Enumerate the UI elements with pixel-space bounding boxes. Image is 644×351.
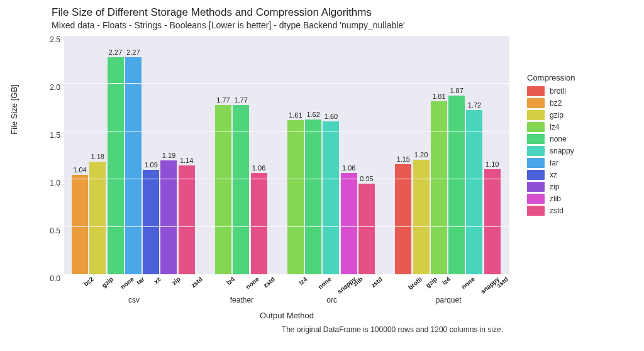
x-sub-label: gzip (101, 276, 114, 289)
bar-orc-none: 1.62 (305, 120, 321, 274)
bar-value-label: 2.27 (126, 48, 140, 56)
x-sub-label: none (317, 276, 333, 291)
chart-subtitle: Mixed data - Floats - Strings - Booleans… (52, 20, 629, 30)
plot-area: 1.041.182.272.271.091.191.141.771.771.06… (64, 35, 509, 274)
legend-label: bz2 (550, 99, 562, 108)
bar-value-label: 2.27 (109, 48, 122, 56)
bar-csv-zstd: 1.14 (179, 165, 195, 274)
y-gridline (64, 131, 509, 131)
bar-csv-none: 2.27 (108, 57, 124, 274)
legend-swatch (527, 134, 545, 144)
legend-label: zip (550, 182, 559, 191)
x-sub-label: none (245, 276, 260, 291)
bar-parquet-lz4: 1.81 (431, 101, 447, 274)
x-group-label: feather (230, 296, 253, 304)
x-sub-label: brotli (407, 276, 423, 291)
legend-label: xz (550, 170, 557, 179)
bar-orc-zlib: 1.06 (341, 173, 357, 274)
bar-value-label: 1.15 (397, 155, 410, 163)
x-sub-label: tar (135, 276, 146, 286)
legend-label: none (550, 135, 567, 143)
footnote: The original DataFrame is 100000 rows an… (25, 325, 509, 334)
x-group-label: csv (128, 296, 140, 304)
legend-item-lz4: lz4 (527, 122, 575, 132)
chart-title: File Size of Different Storage Methods a… (52, 6, 629, 19)
legend-item-snappy: snappy (527, 146, 575, 156)
x-sub-label: bz2 (82, 276, 95, 287)
x-sub-label: lz4 (225, 276, 236, 286)
bar-parquet-snappy: 1.72 (466, 110, 482, 274)
legend-title: Compression (527, 73, 575, 82)
legend-swatch (527, 98, 545, 108)
x-sub-labels: bz2gzipnonetarxzzipzstdlz4nonezstdlz4non… (64, 274, 509, 296)
legend-item-brotli: brotli (527, 86, 575, 96)
bar-parquet-brotli: 1.15 (395, 164, 411, 274)
bars-layer: 1.041.182.272.271.091.191.141.771.771.06… (64, 35, 509, 274)
x-sub-label: none (119, 276, 135, 291)
x-sub-label: zstd (262, 276, 275, 289)
bar-csv-xz: 1.09 (143, 170, 159, 274)
legend-item-bz2: bz2 (527, 98, 575, 108)
legend-swatch (527, 170, 545, 180)
x-group-labels: csvfeatherorcparquet (64, 296, 509, 307)
legend-item-zip: zip (527, 182, 575, 192)
y-gridline (64, 83, 509, 84)
legend-label: zlib (550, 194, 561, 203)
x-sub-label: xz (153, 276, 162, 285)
bar-value-label: 1.04 (73, 166, 86, 174)
bar-parquet-zstd: 1.10 (484, 169, 501, 274)
bar-value-label: 1.14 (180, 157, 193, 164)
bar-value-label: 1.19 (162, 152, 175, 159)
legend-item-none: none (527, 134, 575, 144)
y-axis: File Size [GB] 0.00.51.01.52.02.5 (25, 35, 64, 274)
x-sub-label: none (460, 276, 476, 291)
plot-region: File Size [GB] 0.00.51.01.52.02.5 1.041.… (25, 35, 509, 334)
bar-csv-zip: 1.19 (160, 160, 177, 274)
bar-value-label: 1.61 (289, 111, 302, 119)
legend-items: brotlibz2gziplz4nonesnappytarxzzipzlibzs… (527, 86, 575, 216)
bar-value-label: 1.06 (252, 164, 265, 172)
x-group-label: parquet (436, 296, 462, 304)
legend-item-zlib: zlib (527, 194, 575, 204)
bar-parquet-gzip: 1.20 (413, 160, 430, 274)
y-axis-label: File Size [GB] (9, 84, 19, 134)
chart: File Size of Different Storage Methods a… (25, 6, 629, 346)
y-tick-label: 0.0 (35, 274, 60, 283)
legend-item-xz: xz (527, 170, 575, 180)
legend-item-tar: tar (527, 158, 575, 168)
x-sub-label: zstd (370, 276, 384, 289)
x-sub-label: lz4 (441, 276, 452, 286)
x-sub-label: zip (171, 276, 182, 286)
bar-value-label: 1.72 (468, 101, 481, 109)
bar-value-label: 1.77 (216, 96, 230, 104)
legend-swatch (527, 110, 545, 120)
legend-label: lz4 (550, 123, 559, 131)
legend-swatch (527, 122, 545, 132)
bar-value-label: 1.60 (325, 113, 338, 120)
bar-value-label: 1.62 (306, 111, 319, 118)
bar-value-label: 1.87 (450, 87, 463, 94)
legend-swatch (527, 146, 545, 156)
y-tick-label: 2.0 (35, 83, 60, 92)
bar-orc-lz4: 1.61 (287, 120, 304, 274)
y-gridline (64, 226, 509, 227)
legend-swatch (527, 194, 545, 204)
x-sub-label: gzip (424, 276, 438, 289)
x-sub-label: zstd (189, 276, 203, 289)
legend-item-zstd: zstd (527, 206, 575, 216)
bar-value-label: 1.06 (342, 164, 355, 172)
legend-label: brotli (550, 87, 566, 96)
legend: Compression brotlibz2gziplz4nonesnappyta… (527, 73, 575, 218)
y-tick-label: 0.5 (35, 226, 60, 235)
legend-label: tar (550, 159, 558, 167)
legend-label: zstd (550, 206, 564, 215)
x-group-label: orc (326, 296, 337, 304)
y-gridline (64, 179, 509, 179)
x-sub-label: lz4 (297, 276, 308, 286)
bar-value-label: 1.77 (235, 96, 248, 104)
bar-orc-snappy: 1.60 (323, 121, 339, 274)
legend-swatch (527, 182, 545, 192)
legend-label: gzip (550, 111, 564, 120)
bar-value-label: 1.20 (414, 151, 428, 159)
bar-value-label: 1.10 (486, 160, 499, 168)
